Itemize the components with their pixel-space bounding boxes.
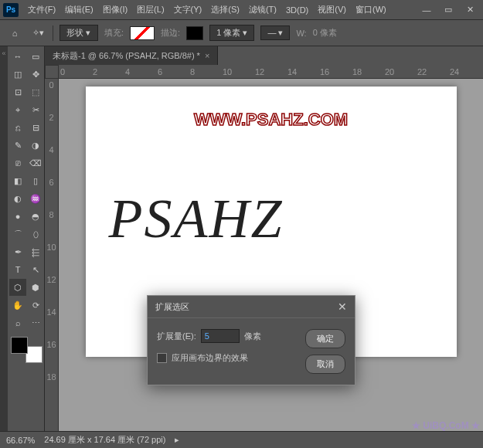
ruler-corner [45, 65, 59, 79]
bucket-tool[interactable]: ▯ [27, 172, 44, 189]
fill-label: 填充: [104, 27, 124, 39]
document-tab[interactable]: 未标题-1 @ 66.7% (PSAHZ, RGB/8#) * × [45, 46, 218, 65]
apply-canvas-bounds-label: 应用画布边界的效果 [172, 352, 248, 364]
path-tool[interactable]: ⬱ [27, 243, 44, 260]
menu-filter[interactable]: 滤镜(T) [244, 1, 281, 19]
stroke-swatch[interactable] [186, 26, 203, 40]
menu-type[interactable]: 文字(Y) [169, 1, 207, 19]
w-value: 0 像素 [313, 27, 337, 39]
watermark-bottom: ★ UiBQ.CoM ★ [412, 420, 480, 431]
blur-tool[interactable]: ♒ [27, 190, 44, 207]
dialog-close-icon[interactable]: ✕ [338, 300, 347, 313]
background-color[interactable] [26, 346, 43, 363]
watermark-top: WWW.PSAHZ.COM [194, 110, 348, 130]
healing-tool[interactable]: ⎌ [9, 119, 26, 136]
stroke-width-dropdown[interactable]: 1 像素 ▾ [209, 25, 254, 41]
menu-file[interactable]: 文件(F) [23, 1, 60, 19]
ps-logo: Ps [3, 3, 19, 17]
cancel-button[interactable]: 取消 [305, 355, 345, 374]
menu-select[interactable]: 选择(S) [206, 1, 244, 19]
lasso-tool[interactable]: ✥ [27, 66, 44, 83]
window-close-button[interactable]: ✕ [460, 2, 480, 18]
menubar: Ps 文件(F) 编辑(E) 图像(I) 图层(L) 文字(Y) 选择(S) 滤… [0, 0, 483, 20]
clone-tool[interactable]: ◑ [27, 137, 44, 154]
brush-tool[interactable]: ✎ [9, 137, 26, 154]
dialog-titlebar[interactable]: 扩展选区 ✕ [148, 296, 355, 318]
shape-tool-icon[interactable]: ✧▾ [29, 25, 46, 42]
custom-shape-tool[interactable]: ⬡ [9, 279, 26, 296]
gradient-tool[interactable]: ◧ [9, 172, 26, 189]
expand-amount-label: 扩展量(E): [157, 331, 196, 342]
left-edge: « [0, 46, 8, 431]
menu-view[interactable]: 视图(V) [313, 1, 351, 19]
options-bar: ⌂ ✧▾ 形状 ▾ 填充: 描边: 1 像素 ▾ — ▾ W: 0 像素 [0, 20, 483, 46]
frame-tool[interactable]: ⬚ [27, 83, 44, 100]
apply-canvas-bounds-checkbox[interactable] [157, 353, 167, 363]
tool-panel: ↔ ▭ ◫ ✥ ⊡ ⬚ ⌖ ✂ ⎌ ⊟ ✎ ◑ ⎚ ⌫ ◧ ▯ ◐ ♒ ● ◓ … [8, 46, 45, 431]
expand-amount-input[interactable] [201, 329, 240, 343]
document-tabs: 未标题-1 @ 66.7% (PSAHZ, RGB/8#) * × [45, 46, 483, 65]
eraser-tool[interactable]: ⌫ [27, 154, 44, 171]
menu-image[interactable]: 图像(I) [98, 1, 132, 19]
expand-unit-label: 像素 [244, 331, 261, 342]
stroke-label: 描边: [161, 27, 180, 39]
ok-button[interactable]: 确定 [305, 329, 345, 348]
dialog-title-text: 扩展选区 [155, 301, 189, 313]
menu-layer[interactable]: 图层(L) [132, 1, 168, 19]
eyedropper-tool[interactable]: ⌖ [9, 101, 26, 118]
collapse-panel-icon[interactable]: « [2, 49, 5, 57]
sponge-tool[interactable]: ⌒ [9, 226, 26, 243]
status-bar: 66.67% 24.69 厘米 x 17.64 厘米 (72 ppi) ▸ [0, 431, 483, 448]
menu-edit[interactable]: 编辑(E) [60, 1, 98, 19]
smudge-tool[interactable]: ● [9, 208, 26, 225]
zoom-level[interactable]: 66.67% [6, 436, 35, 445]
ruler-vertical: 024681012141618 [45, 79, 59, 431]
marquee-tool[interactable]: ◫ [9, 66, 26, 83]
fill-swatch[interactable] [130, 26, 155, 40]
menu-3d[interactable]: 3D(D) [281, 2, 313, 18]
window-maximize-button[interactable]: ▭ [438, 2, 458, 18]
ruler-horizontal: 024681012141618202224 [59, 65, 483, 79]
stroke-style-dropdown[interactable]: — ▾ [260, 25, 290, 40]
window-minimize-button[interactable]: — [417, 2, 437, 18]
crop-tool[interactable]: ⊡ [9, 83, 26, 100]
home-icon[interactable]: ⌂ [6, 25, 23, 42]
type-tool[interactable]: T [9, 261, 26, 278]
zoom-tool[interactable]: ⌕ [9, 314, 26, 331]
color-swatches[interactable] [9, 335, 44, 365]
more-tools[interactable]: ⋯ [27, 314, 44, 331]
slice-tool[interactable]: ✂ [27, 101, 44, 118]
direct-select-tool[interactable]: ↖ [27, 261, 44, 278]
document-dimensions: 24.69 厘米 x 17.64 厘米 (72 ppi) [44, 434, 165, 446]
expand-selection-dialog: 扩展选区 ✕ 扩展量(E): 像素 应用画布边界的效果 确定 取消 [147, 295, 355, 385]
artboard-tool[interactable]: ▭ [27, 48, 44, 65]
tab-close-icon[interactable]: × [205, 51, 209, 60]
document-tab-title: 未标题-1 @ 66.7% (PSAHZ, RGB/8#) * [53, 50, 200, 62]
move-tool[interactable]: ↔ [9, 48, 26, 65]
shape-mode-dropdown[interactable]: 形状 ▾ [60, 25, 98, 41]
w-label: W: [296, 29, 306, 38]
history-brush-tool[interactable]: ⎚ [9, 154, 26, 171]
dodge-tool[interactable]: ◐ [9, 190, 26, 207]
burn-tool[interactable]: ◓ [27, 208, 44, 225]
script-text-layer: PSAHZ [109, 187, 284, 251]
status-chevron-icon[interactable]: ▸ [175, 435, 179, 445]
hand-tool[interactable]: ✋ [9, 297, 26, 314]
ellipse-tool[interactable]: ⬯ [27, 226, 44, 243]
foreground-color[interactable] [11, 337, 28, 354]
menu-window[interactable]: 窗口(W) [351, 1, 391, 19]
shape-tool[interactable]: ⬢ [27, 279, 44, 296]
patch-tool[interactable]: ⊟ [27, 119, 44, 136]
rotate-view-tool[interactable]: ⟳ [27, 297, 44, 314]
pen-tool[interactable]: ✒ [9, 243, 26, 260]
